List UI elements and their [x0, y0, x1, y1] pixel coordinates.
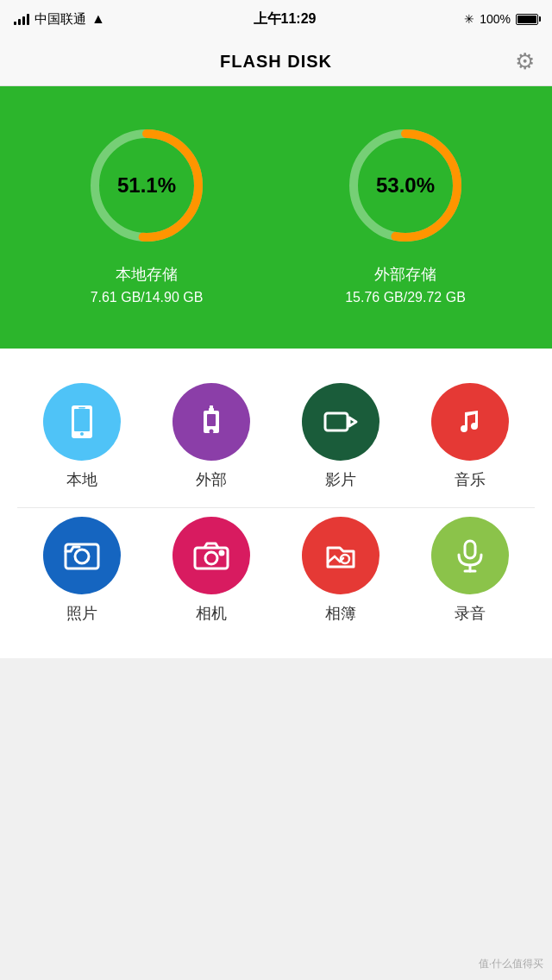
svg-rect-11 — [210, 405, 213, 409]
app-header: FLASH DISK ⚙ — [0, 38, 552, 86]
video-label: 影片 — [325, 469, 356, 490]
local-label: 本地 — [66, 469, 97, 490]
time-label: 上午11:29 — [254, 10, 317, 28]
mic-button[interactable]: 录音 — [423, 517, 518, 624]
external-storage-percent: 53.0% — [376, 173, 435, 198]
bluetooth-icon: ✳ — [464, 12, 474, 26]
svg-point-6 — [80, 432, 84, 436]
local-storage-circle: 51.1% — [82, 121, 211, 250]
icons-row-1: 本地 外部 影片 — [0, 374, 552, 507]
video-button[interactable]: 影片 — [293, 383, 388, 490]
storage-section: 51.1% 本地存储 7.61 GB/14.90 GB 53.0% 外部存储 1… — [0, 86, 552, 349]
local-button[interactable]: 本地 — [34, 383, 129, 490]
external-storage-circle: 53.0% — [341, 121, 470, 250]
battery-fill — [518, 16, 536, 23]
carrier-label: 中国联通 — [34, 11, 86, 28]
external-button[interactable]: 外部 — [164, 383, 259, 490]
external-label: 外部 — [196, 469, 227, 490]
video-icon — [321, 402, 361, 442]
external-storage-label: 外部存储 — [374, 264, 436, 285]
external-storage-size: 15.76 GB/29.72 GB — [345, 290, 466, 305]
camera-label: 相机 — [196, 603, 227, 624]
album-icon-circle — [302, 517, 380, 594]
local-storage-percent: 51.1% — [117, 173, 176, 198]
signal-icon — [14, 13, 29, 25]
page-title: FLASH DISK — [220, 52, 332, 72]
music-icon-circle — [431, 383, 509, 461]
battery-icon — [516, 14, 538, 25]
watermark: 值·什么值得买 — [479, 957, 543, 971]
local-icon-circle — [43, 383, 121, 461]
svg-rect-7 — [78, 407, 85, 409]
battery-percent: 100% — [480, 12, 511, 26]
mic-icon — [450, 536, 490, 575]
mic-icon-circle — [431, 517, 509, 594]
music-label: 音乐 — [455, 469, 486, 490]
svg-rect-15 — [66, 544, 98, 569]
external-storage-item: 53.0% 外部存储 15.76 GB/29.72 GB — [341, 121, 470, 305]
camera-button[interactable]: 相机 — [164, 517, 259, 624]
svg-point-12 — [210, 430, 214, 434]
mic-label: 录音 — [455, 603, 486, 624]
external-icon-circle — [172, 383, 250, 461]
music-button[interactable]: 音乐 — [423, 383, 518, 490]
svg-rect-13 — [325, 413, 348, 430]
svg-rect-5 — [74, 409, 90, 431]
local-storage-label: 本地存储 — [116, 264, 178, 285]
music-icon — [450, 402, 490, 442]
usb-icon — [191, 402, 231, 442]
settings-button[interactable]: ⚙ — [515, 48, 535, 75]
icons-section: 本地 外部 影片 — [0, 349, 552, 658]
album-button[interactable]: 相簿 — [293, 517, 388, 624]
svg-point-16 — [75, 550, 89, 563]
svg-point-19 — [220, 551, 223, 555]
icons-row-2: 照片 相机 相簿 — [0, 508, 552, 641]
local-storage-size: 7.61 GB/14.90 GB — [91, 290, 204, 305]
status-right: ✳ 100% — [464, 12, 538, 26]
photo-icon-circle — [43, 517, 121, 594]
album-label: 相簿 — [325, 603, 356, 624]
photo-label: 照片 — [66, 603, 97, 624]
svg-rect-9 — [207, 414, 216, 426]
svg-marker-14 — [349, 418, 356, 426]
wifi-icon: ▲ — [91, 11, 105, 27]
album-icon — [321, 536, 361, 575]
status-left: 中国联通 ▲ — [14, 11, 105, 28]
photo-icon — [62, 536, 102, 575]
svg-point-18 — [205, 552, 217, 564]
phone-icon — [62, 402, 102, 442]
video-icon-circle — [302, 383, 380, 461]
camera-icon — [191, 536, 231, 575]
status-bar: 中国联通 ▲ 上午11:29 ✳ 100% — [0, 0, 552, 38]
local-storage-item: 51.1% 本地存储 7.61 GB/14.90 GB — [82, 121, 211, 305]
svg-rect-21 — [465, 541, 475, 558]
photo-button[interactable]: 照片 — [34, 517, 129, 624]
camera-icon-circle — [172, 517, 250, 594]
